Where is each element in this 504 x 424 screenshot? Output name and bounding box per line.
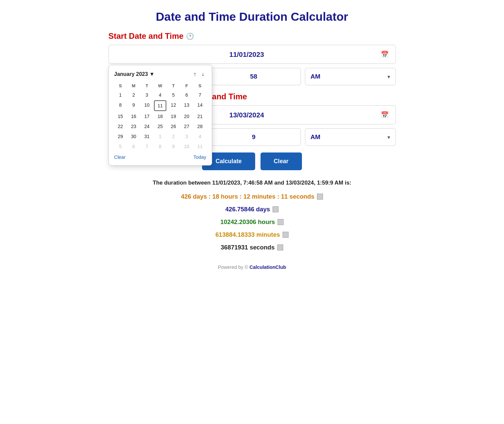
- calendar-popup: January 2023 ▼ ↑ ↓ S M T W T F S 1 2: [109, 65, 212, 166]
- cal-day[interactable]: 28: [194, 122, 206, 131]
- cal-day[interactable]: 22: [114, 122, 127, 131]
- copy-hours-icon[interactable]: [278, 219, 284, 225]
- copy-dhms-icon[interactable]: [317, 194, 323, 200]
- cal-day[interactable]: 14: [194, 100, 206, 111]
- end-calendar-icon-btn[interactable]: 📅: [379, 110, 390, 120]
- start-date-value: 11/01/2023: [114, 50, 379, 59]
- clock-icon: 🕐: [186, 32, 194, 40]
- copy-seconds-icon[interactable]: [277, 244, 283, 250]
- cal-day[interactable]: 26: [167, 122, 180, 131]
- cal-day[interactable]: 20: [180, 112, 193, 121]
- start-label-text: Start Date and Time: [109, 31, 184, 41]
- cal-day[interactable]: 31: [141, 132, 153, 141]
- cal-day-faded[interactable]: 11: [194, 142, 206, 151]
- result-days-row: 426.75846 days: [109, 206, 396, 213]
- footer-text: Powered by ©: [218, 264, 249, 270]
- cal-header-sun: S: [114, 82, 127, 90]
- result-hours-value: 10242.20306 hours: [220, 218, 275, 226]
- calendar-next-btn[interactable]: ↓: [200, 71, 206, 78]
- cal-day-faded[interactable]: 5: [114, 142, 127, 151]
- cal-day[interactable]: 24: [141, 122, 153, 131]
- cal-day[interactable]: 15: [114, 112, 127, 121]
- copy-days-icon[interactable]: [273, 206, 279, 212]
- cal-header-fri: F: [180, 82, 193, 90]
- cal-day-highlighted[interactable]: 11: [154, 100, 167, 111]
- cal-day[interactable]: 2: [127, 90, 140, 100]
- cal-header-sat: S: [194, 82, 206, 90]
- calendar-nav-group: ↑ ↓: [192, 71, 206, 78]
- cal-day[interactable]: 29: [114, 132, 127, 141]
- calendar-grid: S M T W T F S 1 2 3 4 5 6 7 8 9 10 11: [114, 82, 206, 151]
- cal-day[interactable]: 9: [127, 100, 140, 111]
- cal-day-faded[interactable]: 10: [180, 142, 193, 151]
- cal-day-faded[interactable]: 7: [141, 142, 153, 151]
- cal-day[interactable]: 6: [180, 90, 193, 100]
- calendar-prev-btn[interactable]: ↑: [192, 71, 198, 78]
- cal-day[interactable]: 25: [154, 122, 167, 131]
- calendar-footer: Clear Today: [114, 154, 206, 160]
- result-seconds-row: 36871931 seconds: [109, 244, 396, 251]
- cal-day[interactable]: 16: [127, 112, 140, 121]
- end-ampm-value: AM: [311, 133, 321, 141]
- cal-day[interactable]: 21: [194, 112, 206, 121]
- dropdown-arrow-icon: ▼: [149, 71, 155, 77]
- page-title: Date and Time Duration Calculator: [109, 10, 396, 23]
- cal-day-faded[interactable]: 8: [154, 142, 167, 151]
- cal-header-wed: W: [154, 82, 167, 90]
- copy-minutes-icon[interactable]: [283, 232, 289, 238]
- cal-day[interactable]: 3: [141, 90, 153, 100]
- result-description: The duration between 11/01/2023, 7:46:58…: [109, 180, 396, 186]
- cal-day[interactable]: 13: [180, 100, 193, 111]
- cal-day[interactable]: 12: [167, 100, 180, 111]
- start-minute-input[interactable]: [207, 68, 301, 85]
- cal-day-faded[interactable]: 9: [167, 142, 180, 151]
- end-minute-input[interactable]: [207, 128, 301, 146]
- calendar-clear-btn[interactable]: Clear: [114, 154, 126, 160]
- cal-header-mon: M: [127, 82, 140, 90]
- cal-day[interactable]: 17: [141, 112, 153, 121]
- calendar-month-label[interactable]: January 2023 ▼: [114, 71, 155, 77]
- start-section-label: Start Date and Time 🕐: [109, 31, 396, 41]
- cal-day[interactable]: 23: [127, 122, 140, 131]
- footer: Powered by © CalculationClub: [109, 264, 396, 270]
- start-ampm-chevron-icon: ▾: [387, 74, 390, 80]
- clear-button[interactable]: Clear: [261, 152, 302, 170]
- result-dhms-value: 426 days : 18 hours : 12 minutes : 11 se…: [181, 193, 315, 200]
- result-hours-row: 10242.20306 hours: [109, 218, 396, 226]
- end-ampm-select[interactable]: AM ▾: [305, 128, 396, 146]
- cal-day[interactable]: 18: [154, 112, 167, 121]
- result-dhms-row: 426 days : 18 hours : 12 minutes : 11 se…: [109, 193, 396, 200]
- cal-day[interactable]: 27: [180, 122, 193, 131]
- result-minutes-row: 613884.18333 minutes: [109, 231, 396, 238]
- cal-header-thu: T: [167, 82, 180, 90]
- cal-day-faded[interactable]: 2: [167, 132, 180, 141]
- cal-day[interactable]: 10: [141, 100, 153, 111]
- cal-day-faded[interactable]: 4: [194, 132, 206, 141]
- cal-day[interactable]: 4: [154, 90, 167, 100]
- start-ampm-value: AM: [311, 73, 321, 80]
- end-ampm-chevron-icon: ▾: [387, 134, 390, 140]
- calendar-header: January 2023 ▼ ↑ ↓: [114, 71, 206, 78]
- cal-day[interactable]: 5: [167, 90, 180, 100]
- cal-day[interactable]: 30: [127, 132, 140, 141]
- result-minutes-value: 613884.18333 minutes: [215, 231, 280, 238]
- start-date-input-row[interactable]: 11/01/2023 📅: [109, 45, 396, 64]
- result-seconds-value: 36871931 seconds: [221, 244, 275, 251]
- start-ampm-select[interactable]: AM ▾: [305, 68, 396, 85]
- start-calendar-icon-btn[interactable]: 📅: [379, 49, 390, 60]
- cal-day[interactable]: 1: [114, 90, 127, 100]
- calendar-today-btn[interactable]: Today: [193, 154, 206, 160]
- cal-day-faded[interactable]: 1: [154, 132, 167, 141]
- cal-header-tue: T: [141, 82, 153, 90]
- cal-day-faded[interactable]: 6: [127, 142, 140, 151]
- cal-day[interactable]: 19: [167, 112, 180, 121]
- cal-day[interactable]: 8: [114, 100, 127, 111]
- footer-brand: CalculationClub: [249, 264, 286, 270]
- cal-day[interactable]: 7: [194, 90, 206, 100]
- cal-day-faded[interactable]: 3: [180, 132, 193, 141]
- start-date-wrapper: 11/01/2023 📅 January 2023 ▼ ↑ ↓ S M T: [109, 45, 396, 64]
- result-days-value: 426.75846 days: [225, 206, 270, 213]
